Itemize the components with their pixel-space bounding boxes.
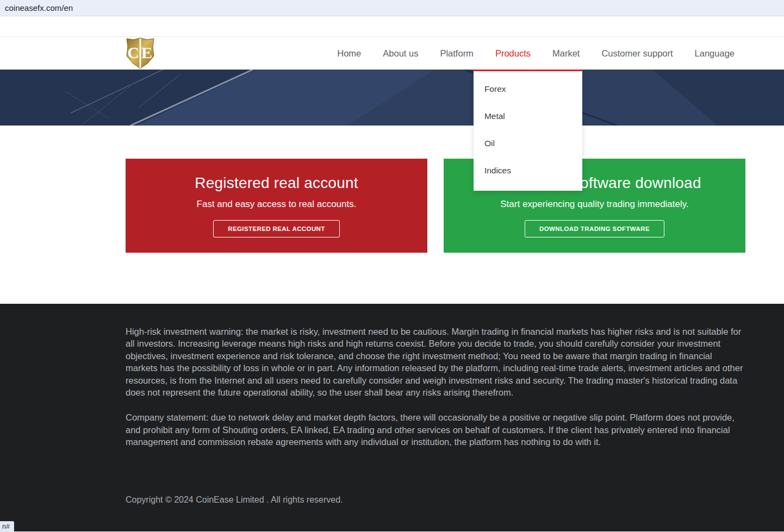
nav-platform[interactable]: Platform	[429, 37, 484, 70]
company-statement-text: Company statement: due to network delay …	[126, 411, 745, 448]
nav-about-us[interactable]: About us	[372, 37, 429, 70]
ce-shield-icon: C E	[126, 37, 155, 69]
dropdown-item-metal[interactable]: Metal	[474, 103, 582, 130]
register-real-account-button[interactable]: REGISTERED REAL ACCOUNT	[213, 220, 340, 237]
site-logo[interactable]: C E	[126, 37, 155, 70]
browser-url-bar[interactable]: coineasefx.com/en	[0, 0, 784, 16]
chrome-gap	[0, 16, 784, 36]
svg-text:C: C	[127, 43, 139, 61]
main-navigation: Home About us Platform Products Forex Me…	[326, 37, 745, 70]
products-dropdown-menu: Forex Metal Oil Indices	[474, 70, 582, 191]
risk-warning-text: High-risk investment warning: the market…	[126, 326, 745, 398]
register-account-card: Registered real account Fast and easy ac…	[126, 159, 427, 253]
nav-language[interactable]: Language	[684, 37, 745, 70]
dropdown-item-indices[interactable]: Indices	[474, 157, 582, 184]
nav-products-label: Products	[495, 48, 531, 59]
dropdown-item-forex[interactable]: Forex	[474, 76, 582, 103]
copyright-text: Copyright © 2024 CoinEase Limited . All …	[126, 495, 745, 505]
browser-status-tooltip: n#	[0, 521, 14, 532]
nav-products[interactable]: Products Forex Metal Oil Indices	[484, 37, 542, 70]
hero-banner-image	[0, 70, 784, 126]
site-footer: High-risk investment warning: the market…	[0, 304, 784, 531]
site-header: C E Home About us Platform Products Fore…	[0, 36, 784, 70]
register-card-subtitle: Fast and easy access to real accounts.	[197, 199, 357, 210]
download-trading-software-button[interactable]: DOWNLOAD TRADING SOFTWARE	[525, 220, 664, 237]
promo-cards-section: Registered real account Fast and easy ac…	[0, 126, 784, 304]
nav-customer-support[interactable]: Customer support	[590, 37, 683, 70]
url-text: coineasefx.com/en	[5, 3, 73, 12]
register-card-title: Registered real account	[195, 174, 358, 192]
download-card-subtitle: Start experiencing quality trading immed…	[500, 199, 688, 210]
dropdown-item-oil[interactable]: Oil	[474, 130, 582, 157]
page: coineasefx.com/en C E	[0, 0, 784, 532]
nav-market[interactable]: Market	[542, 37, 590, 70]
svg-text:E: E	[141, 43, 152, 61]
nav-home[interactable]: Home	[326, 37, 372, 70]
hero-banner	[0, 70, 784, 126]
